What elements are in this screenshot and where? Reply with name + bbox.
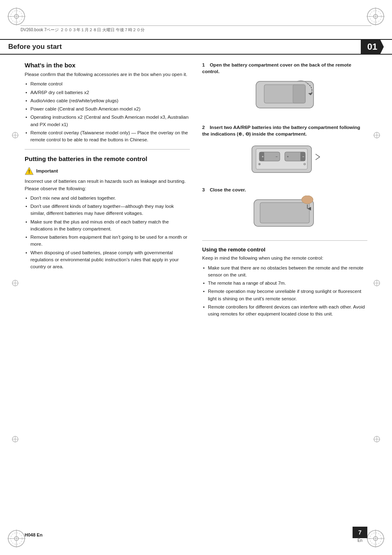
page-title: Before you start (8, 43, 62, 51)
step-2-label: 2 Insert two AA/R6P batteries into the b… (202, 124, 367, 137)
svg-point-58 (302, 196, 313, 204)
right-column: 1 Open the battery compartment cover on … (202, 62, 367, 522)
right-reg-mark-mid (373, 279, 380, 288)
footer-code: H048 En (25, 532, 42, 537)
left-reg-mark-bot (12, 435, 19, 444)
important-label: Important (36, 168, 58, 173)
svg-text:−: − (302, 155, 304, 159)
list-item: When disposing of used batteries, please… (25, 249, 190, 271)
section-divider (25, 149, 190, 150)
page-number: 7 (353, 527, 367, 538)
using-remote-list: Make sure that there are no obstacles be… (202, 265, 367, 318)
file-info-text: DV260.book 7ページ ２００３年１月２８日 火曜日 午後７時２０分 (21, 28, 145, 32)
list-item: Make sure that the plus and minus ends o… (25, 219, 190, 233)
step-2-number: 2 (202, 125, 210, 130)
list-item: Don't use different kinds of battery tog… (25, 203, 190, 217)
list-item: AA/R6P dry cell batteries x2 (25, 89, 190, 96)
step-2-image: + − + − ⊕ ⊖ (202, 140, 367, 181)
remote-back-svg (244, 77, 326, 118)
left-reg-mark-top (12, 131, 19, 140)
svg-text:⊖: ⊖ (303, 162, 306, 166)
batteries-section: Putting the batteries in the remote cont… (25, 155, 190, 270)
whats-in-box-section: What's in the box Please confirm that th… (25, 62, 190, 143)
right-reg-mark-top (373, 131, 380, 140)
left-reg-mark-mid (12, 279, 19, 288)
batteries-list: Don't mix new and old batteries together… (25, 195, 190, 271)
list-item: Don't mix new and old batteries together… (25, 195, 190, 202)
file-info-bar: DV260.book 7ページ ２００３年１月２８日 火曜日 午後７時２０分 (21, 25, 371, 33)
header-bar: Before you start 01 (0, 39, 392, 55)
using-remote-section: Using the remote control Keep in mind th… (202, 246, 367, 318)
step-2-text: Insert two AA/R6P batteries into the bat… (202, 125, 360, 136)
step-3: 3 Close the cover. (202, 187, 367, 235)
batteries-intro: Incorrect use of batteries can result in… (25, 178, 190, 192)
left-column: What's in the box Please confirm that th… (25, 62, 190, 522)
list-item: Power cable (Central and South American … (25, 106, 190, 113)
list-item: Operating instructions x2 (Central and S… (25, 114, 190, 128)
important-notice: ! Important (25, 166, 190, 175)
whats-in-box-title: What's in the box (25, 62, 190, 69)
step-3-number: 3 (202, 187, 210, 192)
list-item: Remove batteries from equipment that isn… (25, 234, 190, 248)
corner-decoration-tr (363, 4, 388, 29)
svg-text:+: + (262, 155, 264, 159)
svg-text:⊕: ⊕ (258, 162, 261, 166)
svg-rect-57 (260, 203, 309, 223)
svg-text:!: ! (28, 169, 30, 175)
remote-battery-svg: + − + − ⊕ ⊖ (244, 140, 326, 181)
batteries-title: Putting the batteries in the remote cont… (25, 155, 190, 162)
step-1-image (202, 77, 367, 118)
chapter-badge: 01 (361, 40, 384, 54)
step-3-label: 3 Close the cover. (202, 187, 367, 193)
whats-in-box-intro: Please confirm that the following access… (25, 71, 190, 78)
list-item: Remote control overlay (Taiwanese model … (25, 129, 190, 144)
svg-text:−: − (276, 155, 278, 159)
step-3-text: Close the cover. (210, 187, 246, 192)
step-2: 2 Insert two AA/R6P batteries into the b… (202, 124, 367, 181)
list-item: Make sure that there are no obstacles be… (202, 265, 367, 279)
using-remote-title: Using the remote control (202, 246, 367, 253)
list-item: The remote has a range of about 7m. (202, 280, 367, 287)
step-1: 1 Open the battery compartment cover on … (202, 62, 367, 118)
svg-text:+: + (287, 155, 289, 159)
step-3-image (202, 196, 367, 235)
list-item: Audio/video cable (red/white/yellow plug… (25, 97, 190, 104)
step-1-number: 1 (202, 62, 210, 67)
section-divider-2 (202, 240, 367, 241)
corner-decoration-tl (4, 4, 29, 29)
warning-icon: ! (25, 166, 34, 175)
list-item: Remote control (25, 81, 190, 88)
whats-in-box-list: Remote control AA/R6P dry cell batteries… (25, 81, 190, 143)
remote-close-svg (244, 196, 326, 235)
step-1-label: 1 Open the battery compartment cover on … (202, 62, 367, 75)
list-item: Remote operation may become unreliable i… (202, 288, 367, 302)
main-content: What's in the box Please confirm that th… (25, 62, 367, 522)
right-reg-mark-bot (373, 435, 380, 444)
footer: H048 En 7 En (25, 527, 367, 543)
using-remote-intro: Keep in mind the following when using th… (202, 255, 367, 262)
page-number-area: 7 En (353, 527, 367, 543)
page-lang: En (357, 538, 362, 543)
step-1-text: Open the battery compartment cover on th… (202, 62, 351, 74)
svg-rect-42 (293, 85, 305, 103)
list-item: Remote controllers for different devices… (202, 304, 367, 318)
